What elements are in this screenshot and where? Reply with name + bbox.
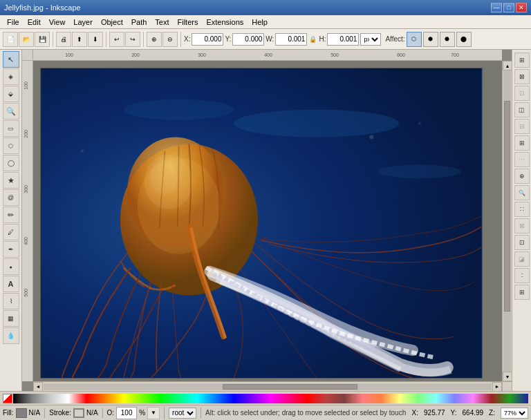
menu-path[interactable]: Path <box>127 17 151 28</box>
tool-rect[interactable]: ▭ <box>3 120 19 137</box>
snap-btn-11[interactable]: ⊠ <box>514 218 530 233</box>
menu-object[interactable]: Object <box>97 17 127 28</box>
open-button[interactable]: 📂 <box>19 32 34 47</box>
undo-button[interactable]: ↩ <box>109 32 124 47</box>
print-button[interactable]: 🖨 <box>56 32 71 47</box>
tool-gradient[interactable]: ▦ <box>3 310 19 327</box>
ruler-vertical: 100 200 300 400 500 <box>22 61 33 381</box>
snap-btn-7[interactable]: ⋯ <box>514 152 530 167</box>
redo-button[interactable]: ↪ <box>125 32 140 47</box>
stroke-color-box[interactable] <box>73 408 84 418</box>
layer-select[interactable]: root <box>169 408 196 419</box>
canvas-viewport[interactable] <box>33 61 502 381</box>
svg-point-9 <box>369 135 373 140</box>
snap-btn-12[interactable]: ⊡ <box>514 235 530 250</box>
ruler-h-content: 100 200 300 400 500 600 700 <box>33 50 502 61</box>
layer-section: root <box>169 408 201 419</box>
tool-star[interactable]: ★ <box>3 172 19 189</box>
snap-btn-1[interactable]: ⊞ <box>514 52 530 68</box>
new-button[interactable]: 📄 <box>3 32 18 47</box>
w-label: W: <box>266 35 274 43</box>
zoom-select[interactable]: 77% 50% 100% 200% <box>501 408 528 419</box>
scroll-thumb-vertical[interactable] <box>504 101 510 312</box>
fill-color-box[interactable] <box>16 408 27 418</box>
minimize-button[interactable]: — <box>491 3 502 12</box>
tool-ellipse[interactable]: ◯ <box>3 155 19 171</box>
snap-btn-9[interactable]: 🔍 <box>514 185 530 200</box>
w-input[interactable] <box>275 33 307 46</box>
menu-filters[interactable]: Filters <box>174 17 203 28</box>
snap-btn-8[interactable]: ⊕ <box>514 169 530 184</box>
stroke-label: Stroke: <box>49 409 71 417</box>
scroll-left-button[interactable]: ◄ <box>33 382 43 392</box>
menu-extensions[interactable]: Extensions <box>202 17 248 28</box>
tool-pen[interactable]: 🖊 <box>3 224 19 240</box>
scroll-down-button[interactable]: ▼ <box>503 372 512 381</box>
snap-btn-5[interactable]: ⊟ <box>514 119 530 134</box>
affect-btn-4[interactable]: ⬤ <box>456 32 472 47</box>
opacity-down-button[interactable]: ▼ <box>147 407 160 419</box>
snap-btn-2[interactable]: ⊠ <box>514 69 530 84</box>
x-input[interactable] <box>192 33 223 46</box>
close-button[interactable]: ✕ <box>516 3 527 12</box>
coord-group: X: Y: W: 🔒 H: px mm cm in <box>184 33 381 46</box>
snap-btn-4[interactable]: ◫ <box>514 102 530 117</box>
snap-btn-3[interactable]: ⊡ <box>514 86 530 101</box>
ruler-horizontal: 100 200 300 400 500 600 700 <box>33 50 502 61</box>
snap-btn-14[interactable]: ∶ <box>514 268 530 283</box>
ruler-label-300: 300 <box>198 52 206 57</box>
menu-edit[interactable]: Edit <box>24 17 45 28</box>
fill-value: N/A <box>29 409 41 417</box>
tool-tweak[interactable]: ⬙ <box>3 86 19 102</box>
h-input[interactable] <box>327 33 359 46</box>
tool-text[interactable]: A <box>3 276 19 292</box>
affect-btn-2[interactable]: ⬢ <box>423 32 438 47</box>
snap-btn-13[interactable]: ◪ <box>514 251 530 267</box>
scroll-track-horizontal[interactable] <box>44 383 492 390</box>
export-button[interactable]: ⬇ <box>88 32 103 47</box>
import-button[interactable]: ⬆ <box>72 32 87 47</box>
unit-select[interactable]: px mm cm in <box>360 33 381 46</box>
affect-btn-3[interactable]: ⬣ <box>440 32 455 47</box>
tool-pencil[interactable]: ✏ <box>3 207 19 223</box>
scroll-thumb-horizontal[interactable] <box>223 384 357 390</box>
affect-btn-1[interactable]: ⬡ <box>407 32 422 47</box>
scroll-up-button[interactable]: ▲ <box>503 61 512 70</box>
tool-calligraphy[interactable]: ✒ <box>3 241 19 258</box>
menu-text[interactable]: Text <box>151 17 173 28</box>
tool-3dbox[interactable]: ⬡ <box>3 137 19 154</box>
tool-select[interactable]: ↖ <box>3 51 19 68</box>
menu-help[interactable]: Help <box>248 17 272 28</box>
menubar: File Edit View Layer Object Path Text Fi… <box>0 15 531 29</box>
tool-spiral[interactable]: @ <box>3 189 19 206</box>
scrollbar-horizontal[interactable]: ◄ ► <box>33 381 502 391</box>
snap-btn-15[interactable]: ⊞ <box>514 285 530 300</box>
tool-node[interactable]: ◈ <box>3 68 19 85</box>
cursor-y-value: 664.99 <box>463 409 484 417</box>
scroll-track-vertical[interactable] <box>503 70 511 372</box>
snap-btn-10[interactable]: ∷ <box>514 202 530 217</box>
tool-bucket[interactable]: ⬥ <box>3 258 19 275</box>
maximize-button[interactable]: □ <box>503 3 514 12</box>
menu-view[interactable]: View <box>45 17 70 28</box>
svg-point-3 <box>378 164 460 178</box>
snap-btn-6[interactable]: ⊞ <box>514 135 530 151</box>
color-palette[interactable] <box>13 394 528 403</box>
zoom-out-button[interactable]: ⊖ <box>162 32 178 47</box>
tool-dropper[interactable]: 💧 <box>3 327 19 344</box>
scrollbar-vertical[interactable]: ▲ ▼ <box>502 61 512 381</box>
opacity-input[interactable] <box>116 407 137 419</box>
y-label: Y: <box>225 35 231 43</box>
no-color-button[interactable] <box>3 394 12 403</box>
tool-zoom[interactable]: 🔍 <box>3 103 19 120</box>
menu-layer[interactable]: Layer <box>69 17 97 28</box>
h-label: H: <box>319 35 326 43</box>
svg-point-10 <box>418 122 421 125</box>
zoom-in-button[interactable]: ⊕ <box>147 32 162 47</box>
tool-connector[interactable]: ⌇ <box>3 293 19 309</box>
menu-file[interactable]: File <box>3 17 24 28</box>
y-input[interactable] <box>232 33 264 46</box>
save-button[interactable]: 💾 <box>35 32 50 47</box>
scroll-right-button[interactable]: ► <box>492 382 502 392</box>
svg-point-8 <box>150 160 178 194</box>
